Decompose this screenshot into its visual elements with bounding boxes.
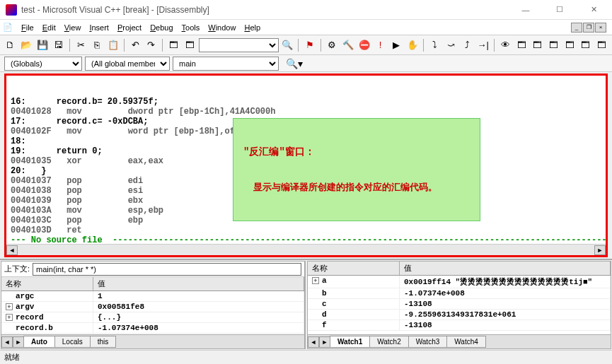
vars-grid[interactable]: argc1+argv0x00581fe8+record{...}record.b… [1, 291, 304, 334]
callout-title: "反汇编"窗口： [243, 146, 470, 158]
app-icon [6, 4, 17, 16]
expand-icon[interactable]: + [6, 314, 13, 321]
scroll-right[interactable]: ► [594, 245, 606, 255]
watch-tabs: ◄ ► Watch1Watch2Watch3Watch4 [308, 334, 611, 348]
table-row[interactable]: f-13108 [308, 320, 611, 331]
disasm-line[interactable]: 0040103D ret [11, 225, 601, 235]
callstack-button[interactable]: 🗔 [579, 37, 594, 53]
tab-scroll-right[interactable]: ► [319, 336, 330, 348]
go-debug-button[interactable]: ▶ [389, 37, 404, 53]
function-combo[interactable]: main [173, 57, 279, 71]
menu-debug[interactable]: Debug [146, 22, 177, 33]
tab-scroll-left[interactable]: ◄ [1, 336, 13, 348]
table-row[interactable]: d-9.2559631349317831e+061 [308, 310, 611, 320]
tab-watch1[interactable]: Watch1 [330, 336, 370, 348]
menu-window[interactable]: Window [204, 22, 240, 33]
variables-button[interactable]: 🗔 [530, 37, 545, 53]
wizard-icon[interactable]: 🔍▾ [286, 58, 303, 69]
quickwatch-button[interactable]: 👁 [498, 37, 513, 53]
stop-build-button[interactable]: ⛔ [357, 37, 371, 53]
tab-scroll-left[interactable]: ◄ [308, 336, 319, 348]
mdi-restore[interactable]: ❐ [583, 23, 594, 33]
redo-button[interactable]: ↷ [144, 37, 159, 53]
expand-icon[interactable]: + [312, 277, 319, 284]
menu-edit[interactable]: Edit [38, 22, 60, 33]
table-row[interactable]: b-1.07374e+008 [308, 288, 611, 299]
save-button[interactable]: 💾 [35, 37, 50, 53]
tab-watch4[interactable]: Watch4 [446, 336, 486, 348]
run-to-cursor-button[interactable]: →| [475, 37, 490, 53]
table-row[interactable]: +argv0x00581fe8 [1, 302, 304, 312]
tab-watch3[interactable]: Watch3 [408, 336, 448, 348]
table-row[interactable]: +record{...} [1, 312, 304, 323]
menu-project[interactable]: Project [113, 22, 146, 33]
annotation-callout: "反汇编"窗口： 显示与编译器所创建的指令对应的汇编代码。 [233, 118, 480, 221]
watch-pane: 名称 值 +a0x0019ff14 "烫烫烫烫烫烫烫烫烫烫烫烫烫烫tij■"b-… [307, 261, 611, 349]
minimize-button[interactable]: — [513, 0, 538, 20]
copy-button[interactable]: ⎘ [90, 37, 105, 53]
context-combo[interactable] [33, 263, 301, 276]
col-value: 值 [93, 277, 304, 290]
workspace-button[interactable]: 🗔 [166, 37, 181, 53]
scroll-left[interactable]: ◄ [6, 245, 18, 255]
cut-button[interactable]: ✂ [74, 37, 88, 53]
table-row[interactable]: +a0x0019ff14 "烫烫烫烫烫烫烫烫烫烫烫烫烫烫tij■" [308, 276, 611, 288]
table-row[interactable]: record.b-1.07374e+008 [1, 323, 304, 334]
maximize-button[interactable]: ☐ [547, 0, 572, 20]
mdi-minimize[interactable]: _ [571, 23, 582, 33]
members-combo[interactable]: (All global members [85, 57, 170, 71]
disassembly-button[interactable]: 🗔 [594, 37, 609, 53]
go-button[interactable]: ⚑ [302, 37, 317, 53]
menubar: 📄 FileEditViewInsertProjectDebugToolsWin… [0, 20, 612, 35]
watch-header: 名称 值 [308, 262, 611, 276]
step-over-button[interactable]: ⤻ [444, 37, 458, 53]
step-out-button[interactable]: ⤴ [460, 37, 475, 53]
find-combo[interactable] [199, 38, 279, 52]
execute-button[interactable]: ! [373, 37, 388, 53]
variables-pane: 上下文: 名称 值 argc1+argv0x00581fe8+record{..… [1, 261, 306, 349]
mdi-close[interactable]: × [595, 23, 606, 33]
disasm-line[interactable]: 16: record.b= 20.59375f; [11, 97, 601, 107]
memory-button[interactable]: 🗔 [562, 37, 577, 53]
registers-button[interactable]: 🗔 [546, 37, 561, 53]
paste-button[interactable]: 📋 [105, 37, 120, 53]
disasm-line[interactable]: 00401028 mov dword ptr [ebp-1Ch],41A4C00… [11, 107, 601, 117]
disasm-line[interactable]: --- No source file ---------------------… [11, 235, 601, 244]
context-label: 上下文: [4, 264, 30, 274]
save-all-button[interactable]: 🖫 [51, 37, 66, 53]
watch-grid[interactable]: +a0x0019ff14 "烫烫烫烫烫烫烫烫烫烫烫烫烫烫tij■"b-1.073… [308, 276, 611, 334]
watch-button[interactable]: 🗔 [514, 37, 529, 53]
table-row[interactable]: argc1 [1, 291, 304, 302]
tab-scroll-right[interactable]: ► [13, 336, 24, 348]
open-button[interactable]: 📂 [19, 37, 34, 53]
compile-button[interactable]: ⚙ [325, 37, 340, 53]
breakpoint-button[interactable]: ✋ [405, 37, 420, 53]
tab-auto[interactable]: Auto [23, 336, 55, 348]
tab-this[interactable]: this [90, 336, 117, 348]
new-file-button[interactable]: 🗋 [3, 37, 18, 53]
tab-locals[interactable]: Locals [54, 336, 91, 348]
disassembly-content[interactable]: 16: record.b= 20.59375f;00401028 mov dwo… [6, 76, 606, 244]
titlebar: test - Microsoft Visual C++ [break] - [D… [0, 0, 612, 20]
callout-body: 显示与编译器所创建的指令对应的汇编代码。 [253, 181, 470, 194]
close-button[interactable]: ✕ [581, 0, 606, 20]
table-row[interactable]: c-13108 [308, 299, 611, 310]
scope-combo[interactable]: (Globals) [4, 57, 82, 71]
step-into-button[interactable]: ⤵ [427, 37, 442, 53]
undo-button[interactable]: ↶ [128, 37, 143, 53]
bottom-panes: 上下文: 名称 值 argc1+argv0x00581fe8+record{..… [0, 259, 612, 350]
col-name: 名称 [1, 277, 93, 290]
build-button[interactable]: 🔨 [341, 37, 356, 53]
tab-watch2[interactable]: Watch2 [369, 336, 409, 348]
menu-tools[interactable]: Tools [178, 22, 204, 33]
menu-view[interactable]: View [60, 22, 86, 33]
vars-tabs: ◄ ► AutoLocalsthis [1, 334, 304, 348]
find-button[interactable]: 🔍 [280, 37, 295, 53]
menu-insert[interactable]: Insert [85, 22, 113, 33]
menu-help[interactable]: Help [240, 22, 265, 33]
selector-bar: (Globals) (All global members main 🔍▾ [0, 55, 612, 72]
menu-file[interactable]: File [17, 22, 38, 33]
output-button[interactable]: 🗔 [183, 37, 197, 53]
expand-icon[interactable]: + [6, 303, 13, 310]
disasm-hscroll[interactable]: ◄ ► [6, 244, 606, 255]
